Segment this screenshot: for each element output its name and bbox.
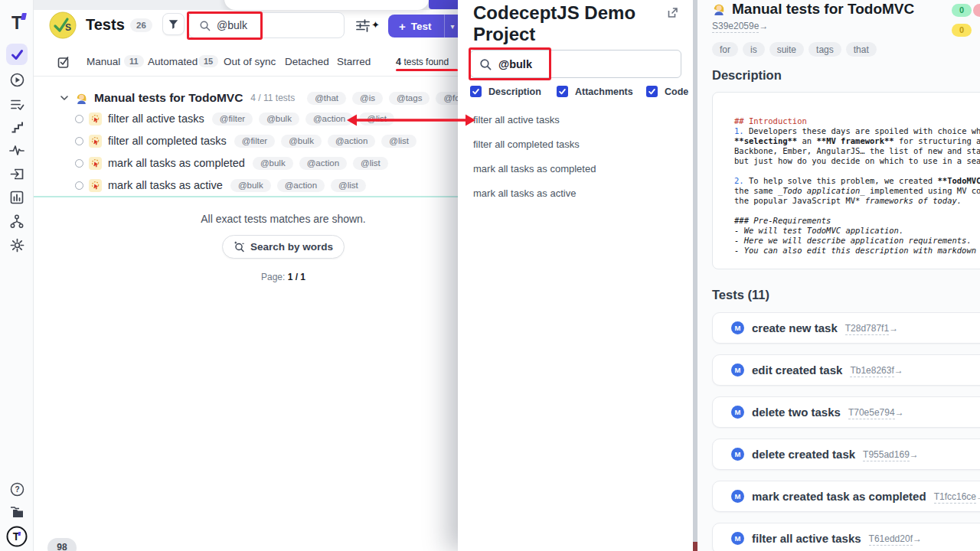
test-row[interactable]: mark all tasks as active@bulk@action@lis…: [75, 177, 473, 194]
sidebar-item-settings[interactable]: [0, 234, 34, 256]
detail-test-id-link[interactable]: T955ad169→: [863, 449, 919, 460]
test-title[interactable]: mark all tasks as completed: [108, 157, 245, 169]
detail-test-card[interactable]: Mfilter all active tasksT61edd20f→: [712, 523, 980, 551]
search-result-item[interactable]: filter all completed tasks: [473, 132, 680, 157]
detail-test-card[interactable]: Mdelete created taskT955ad169→: [712, 439, 980, 470]
detail-test-title[interactable]: create new task: [752, 321, 838, 334]
markdown-line: [734, 206, 980, 216]
detail-test-id-link[interactable]: T70e5e794→: [848, 407, 904, 418]
test-title[interactable]: mark all tasks as active: [108, 179, 223, 191]
test-tag[interactable]: @filter: [234, 135, 275, 148]
detail-test-title[interactable]: filter all active tasks: [752, 532, 861, 545]
sidebar-item-steps[interactable]: [0, 116, 34, 138]
checkbox-checked-icon[interactable]: [557, 86, 568, 97]
suite-tag[interactable]: @that: [307, 92, 346, 105]
test-row[interactable]: filter all active tasks@filter@bulk@acti…: [75, 110, 473, 127]
detail-test-card[interactable]: Mcreate new taskT28d787f1→: [712, 312, 980, 344]
detail-tag[interactable]: for: [712, 42, 738, 57]
detail-tag[interactable]: that: [846, 42, 877, 57]
test-radio[interactable]: [75, 159, 83, 168]
sidebar-item-tests[interactable]: [6, 44, 28, 65]
tab-detached[interactable]: Detached: [285, 56, 329, 67]
suite-title[interactable]: Manual tests for TodoMVC: [94, 91, 243, 105]
test-tag[interactable]: @list: [359, 112, 394, 126]
detail-test-card[interactable]: Mdelete two tasksT70e5e794→: [712, 396, 980, 428]
external-link-icon[interactable]: [666, 6, 679, 22]
test-tag[interactable]: @list: [331, 179, 366, 192]
tab-automated-badge[interactable]: 15: [198, 55, 218, 67]
sidebar-item-reports[interactable]: [0, 187, 34, 208]
detail-test-card[interactable]: Mmark created task as completedT1fcc16ce…: [712, 481, 980, 512]
sidebar-item-branches[interactable]: [0, 210, 34, 232]
project-logo[interactable]: S: [49, 11, 77, 39]
filter-button[interactable]: [162, 13, 185, 35]
test-tag[interactable]: @bulk: [253, 157, 293, 170]
test-tag[interactable]: @bulk: [259, 112, 299, 126]
test-tag[interactable]: @list: [353, 157, 388, 170]
test-row[interactable]: filter all completed tasks@filter@bulk@a…: [75, 132, 473, 149]
tab-manual[interactable]: Manual: [87, 56, 120, 67]
sidebar-item-import[interactable]: [0, 163, 34, 184]
detail-test-id-link[interactable]: T1fcc16ce→: [934, 491, 980, 502]
sidebar-item-projects[interactable]: [0, 502, 34, 523]
test-tag[interactable]: @action: [277, 179, 325, 192]
tab-starred[interactable]: Starred: [337, 56, 371, 67]
test-tag[interactable]: @bulk: [230, 179, 271, 192]
filter-attachments-checkbox[interactable]: Attachments: [557, 86, 633, 97]
sidebar-item-runs[interactable]: [0, 69, 34, 90]
sidebar-item-pulse[interactable]: [0, 139, 34, 161]
select-all-button[interactable]: [57, 55, 70, 72]
chevron-down-icon[interactable]: [60, 93, 69, 103]
detail-test-title[interactable]: delete two tasks: [752, 406, 841, 419]
test-tag[interactable]: @bulk: [281, 135, 322, 148]
test-row[interactable]: mark all tasks as completed@bulk@action@…: [75, 155, 473, 171]
suite-id-link[interactable]: S39e2059e→: [712, 21, 768, 31]
test-radio[interactable]: [75, 181, 83, 190]
arrow-icon: →: [910, 449, 919, 460]
test-radio[interactable]: [75, 137, 83, 145]
search-result-item[interactable]: mark all tasks as completed: [473, 157, 680, 181]
sidebar-item-plans[interactable]: [0, 93, 34, 115]
checkbox-checked-icon[interactable]: [470, 86, 482, 97]
search-by-words-button[interactable]: Search by words: [222, 235, 345, 259]
suite-tag[interactable]: @tags: [389, 92, 430, 105]
test-title[interactable]: filter all active tasks: [108, 112, 204, 125]
detail-tag[interactable]: is: [743, 42, 765, 57]
search-result-item[interactable]: filter all active tasks: [473, 108, 680, 132]
main-search-input[interactable]: @bulk: [188, 12, 345, 38]
test-tag[interactable]: @action: [305, 112, 353, 126]
description-box[interactable]: ## Introduction1. Developers these days …: [712, 92, 980, 269]
account-avatar[interactable]: T: [0, 525, 34, 548]
detail-test-card[interactable]: Medit created taskTb1e8263f→: [712, 354, 980, 386]
detail-tag[interactable]: tags: [808, 42, 841, 57]
suite-row[interactable]: Manual tests for TodoMVC 4 / 11 tests @t…: [60, 89, 519, 107]
bottom-shortcut-pill[interactable]: 98: [47, 538, 77, 551]
columns-settings-button[interactable]: [355, 18, 371, 36]
sidebar-item-help[interactable]: ?: [0, 478, 34, 500]
filter-code-checkbox[interactable]: Code: [646, 86, 688, 97]
detail-test-id-link[interactable]: Tb1e8263f→: [850, 365, 903, 376]
suite-tag[interactable]: @is: [352, 92, 383, 105]
detail-tag[interactable]: suite: [769, 42, 804, 57]
test-radio[interactable]: [75, 115, 83, 123]
app-logo-icon[interactable]: T: [0, 12, 34, 34]
tab-out-of-sync[interactable]: Out of sync: [224, 56, 276, 67]
test-tag[interactable]: @action: [328, 135, 375, 148]
detail-test-title[interactable]: delete created task: [752, 448, 855, 461]
test-tag[interactable]: @list: [381, 135, 416, 148]
test-tag[interactable]: @action: [299, 157, 347, 170]
test-title[interactable]: filter all completed tasks: [108, 135, 227, 147]
detail-test-id-link[interactable]: T28d787f1→: [845, 323, 898, 334]
search-result-item[interactable]: mark all tasks as active: [473, 181, 680, 206]
detail-tags: forissuitetagsthat: [712, 42, 877, 57]
overlay-search-input[interactable]: @bulk: [470, 50, 681, 78]
tab-manual-badge[interactable]: 11: [124, 55, 144, 67]
tab-automated[interactable]: Automated: [148, 56, 198, 67]
checkbox-checked-icon[interactable]: [646, 86, 658, 97]
detail-test-id-link[interactable]: T61edd20f→: [869, 533, 922, 544]
test-tag[interactable]: @filter: [212, 112, 253, 126]
detail-test-title[interactable]: mark created task as completed: [752, 490, 926, 503]
chevron-down-icon[interactable]: ▾: [451, 22, 455, 31]
filter-description-checkbox[interactable]: Description: [470, 86, 541, 97]
detail-test-title[interactable]: edit created task: [752, 364, 842, 377]
